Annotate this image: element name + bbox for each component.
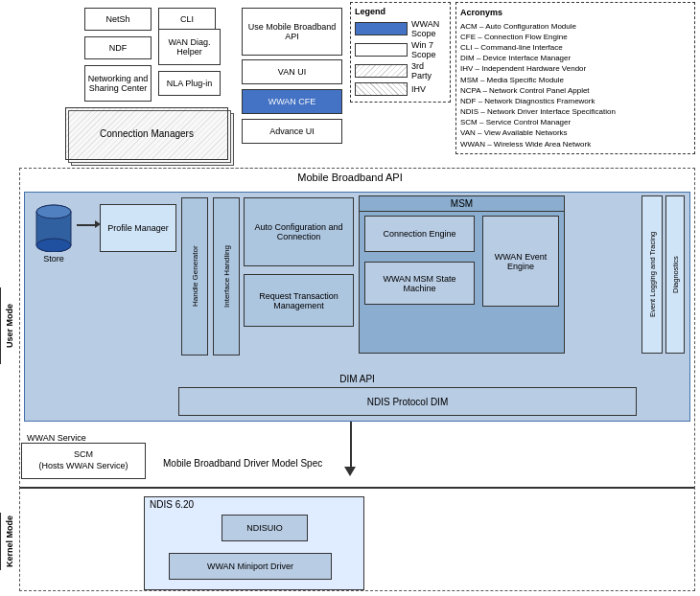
connection-managers-label: Connection Managers [100,128,194,139]
event-logging-label: Event Logging and Tracing [648,232,657,317]
store-label: Store [30,254,78,264]
wwan-service-label: WWAN Service [27,433,86,443]
kernel-mode-label: Kernel Mode [0,513,17,570]
ndis-protocol-box: NDIS Protocol DIM [178,387,637,416]
cli-box: CLI [158,8,216,31]
auto-config-label: Auto Configuration and Connection [248,222,349,241]
event-logging-box: Event Logging and Tracing [642,195,663,354]
vertical-arrow-line [350,422,352,470]
diagnostics-box: Diagnostics [665,195,685,354]
profile-manager-box: Profile Manager [100,204,176,252]
wwan-msm-state-box: WWAN MSM State Machine [364,262,475,305]
wan-diag-box: WAN Diag. Helper [158,29,221,65]
acronym-ncpa: NCPA – Network Control Panel Applet [460,85,690,96]
store-area: Store [30,202,78,264]
svg-point-4 [36,205,71,218]
ndf-box: NDF [84,36,152,59]
scm-box: SCM(Hosts WWAN Service) [21,443,146,479]
ndis-io-box: NDISUIO [222,515,308,541]
arrowhead-down [344,467,356,476]
win7-scope-swatch [355,43,408,57]
wwan-event-engine-label: WWAN Event Engine [486,252,555,271]
acronym-dim: DIM – Device Interface Manager [460,53,690,63]
connection-engine-box: Connection Engine [364,216,475,252]
wwan-cfe-label: WWAN CFE [268,97,316,106]
cli-label: CLI [180,14,194,24]
auto-config-box: Auto Configuration and Connection [244,197,354,266]
legend-ihv: IHV [355,82,446,96]
advance-ui-label: Advance UI [269,126,315,136]
wwan-event-engine-box: WWAN Event Engine [482,216,559,307]
acronym-cli: CLI – Command-line Interface [460,42,690,53]
acronym-scm: SCM – Service Control Manager [460,117,690,127]
legend-wwan-scope: WWAN Scope [355,19,446,38]
wwan-cfe-box: WWAN CFE [242,89,342,114]
handle-generator-box: Handle Generator [181,197,208,355]
connection-engine-label: Connection Engine [383,229,455,239]
diagnostics-label: Diagnostics [671,256,680,293]
scm-label: SCM(Hosts WWAN Service) [38,449,128,471]
3rd-party-label: 3rd Party [411,61,446,80]
interface-handling-box: Interface Handling [213,197,240,355]
wwan-msm-state-label: WWAN MSM State Machine [368,274,471,293]
van-ui-label: VAN UI [278,67,306,77]
van-ui-box: VAN UI [242,59,342,84]
store-cylinder-icon [35,202,73,252]
svg-point-7 [36,239,71,252]
interface-handling-label: Interface Handling [222,245,231,308]
win7-scope-label: Win 7 Scope [411,40,446,59]
handle-gen-label: Handle Generator [191,246,199,308]
acronym-cfe: CFE – Connection Flow Engine [460,32,690,42]
request-transaction-box: Request Transaction Management [244,274,354,327]
profile-manager-label: Profile Manager [107,223,169,233]
legend-3rd-party: 3rd Party [355,61,446,80]
acronym-acm: ACM – Auto Configuration Module [460,21,690,32]
user-mode-label: User Mode [0,287,17,364]
ndf-label: NDF [109,43,128,53]
legend-title: Legend [355,7,446,16]
acronyms-box: Acronyms ACM – Auto Configuration Module… [455,2,695,154]
wwan-miniport-box: WWAN Miniport Driver [169,553,332,580]
netsh-label: NetSh [105,14,129,24]
ndis-outer-box: NDIS 6.20 NDISUIO WWAN Miniport Driver [144,496,364,590]
acronym-ihv: IHV – Independent Hardware Vendor [460,63,690,74]
diagram-container: User Mode Kernel Mode NetSh CLI NDF WAN … [0,0,700,596]
3rd-party-swatch [355,64,408,78]
networking-sharing-label: Networking and Sharing Center [87,74,149,93]
nla-box: NLA Plug-in [158,71,221,96]
ihv-label: IHV [411,84,426,94]
legend-win7-scope: Win 7 Scope [355,40,446,59]
wwan-miniport-label: WWAN Miniport Driver [207,562,293,571]
acronym-van: VAN – View Available Networks [460,127,690,138]
use-mobile-box: Use Mobile Broadband API [242,8,342,56]
acronym-ndis: NDIS – Network Driver Interface Specific… [460,106,690,117]
acronym-msm: MSM – Media Specific Module [460,75,690,85]
wwan-scope-swatch [355,22,408,35]
wwan-scope-label: WWAN Scope [411,19,446,38]
wan-diag-label: WAN Diag. Helper [161,37,218,57]
msm-title: MSM [360,196,564,212]
user-mode-inner: Store Profile Manager Handle Generator I… [24,192,690,422]
netsh-box: NetSh [84,8,152,31]
msm-area: MSM Connection Engine WWAN MSM State Mac… [359,195,565,354]
nla-label: NLA Plug-in [167,79,213,88]
ndis-io-label: NDISUIO [246,523,283,533]
legend-box: Legend WWAN Scope Win 7 Scope 3rd Party … [350,2,451,103]
request-transaction-label: Request Transaction Management [248,291,349,310]
ihv-swatch [355,82,408,96]
ndis-620-label: NDIS 6.20 [145,497,363,512]
ndis-protocol-label: NDIS Protocol DIM [367,397,448,407]
acronym-ndf: NDF – Network Diagnostics Framework [460,96,690,106]
use-mobile-label: Use Mobile Broadband API [245,22,338,41]
mbd-spec-label: Mobile Broadband Driver Model Spec [163,458,322,469]
acronym-wwan: WWAN – Wireless Wide Area Network [460,139,690,149]
advance-ui-box: Advance UI [242,119,342,144]
dim-api-label: DIM API [25,374,689,384]
acronyms-title: Acronyms [460,7,690,19]
networking-sharing-box: Networking and Sharing Center [84,65,152,102]
